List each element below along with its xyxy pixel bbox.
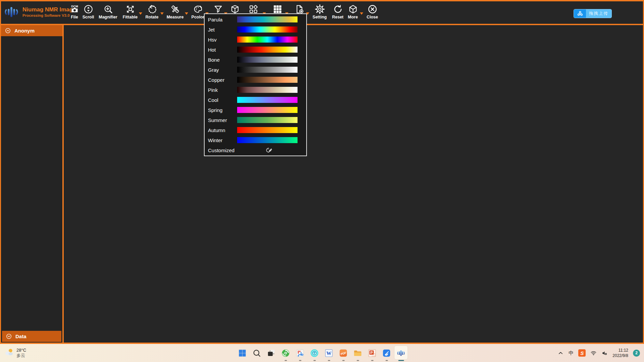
window-border-bottom [0,343,644,344]
colormap-gradient-bar [237,47,298,53]
weather-widget[interactable]: 28°C 多云 [4,344,26,362]
taskbar-app-screenshot-tool[interactable] [293,344,307,362]
colormap-gradient-bar [237,137,298,143]
taskbar-app-task-view[interactable] [264,344,278,362]
palette-edit-icon [265,146,273,154]
toolbar-button-label: Rotate [139,15,165,19]
colormap-name: Copper [208,77,224,83]
running-app-indicator [342,360,344,361]
colormap-gradient-bar [237,87,298,93]
colormap-menu-item-gray[interactable]: Gray [205,65,306,75]
taskbar-app-icons: WPDFP [235,344,408,362]
colormap-name: Pink [208,87,218,93]
image-canvas-area [64,25,643,343]
colormap-menu-item-hot[interactable]: Hot [205,45,306,55]
toolbar: Niumag NMR Image Processing Software V3.… [1,1,643,24]
sogou-input-icon[interactable]: S [578,349,586,357]
sidebar-section-anonym[interactable]: Anonym [1,25,62,36]
tray-date: 2022/9/8 [612,353,628,358]
running-app-indicator [385,360,388,361]
taskbar-app-search[interactable] [250,344,264,362]
speaker-muted-icon[interactable] [601,350,608,356]
colormap-name: Hsv [208,37,217,43]
colormap-gradient-bar [237,77,298,83]
health-app-icon [310,349,319,358]
chevron-up-circle-icon [5,27,11,34]
sun-cloud-icon [4,347,14,359]
toolbar-button-close[interactable]: Close [359,3,385,19]
toolbar-button-label: Close [359,15,385,19]
sidebar-section-data[interactable]: Data [2,331,61,342]
colormap-name: Gray [208,67,219,73]
taskbar-app-powerpoint[interactable]: P [365,344,379,362]
colormap-name: Jet [208,27,215,33]
search-icon [252,349,261,358]
colormap-gradient-bar [237,57,298,63]
pdf-reader-icon: PDF [339,349,348,358]
toolbar-button-rotate[interactable]: Rotate [139,3,165,19]
tray-time: 11:12 [612,348,628,353]
colormap-menu-item-bone[interactable]: Bone [205,55,306,65]
wing-app-icon [382,349,391,358]
colormap-menu-item-jet[interactable]: Jet [205,24,306,35]
colormap-menu-item-pink[interactable]: Pink [205,85,306,95]
colormap-menu-item-summer[interactable]: Summer [205,115,306,125]
window-border-left [0,1,1,343]
running-app-indicator [313,360,316,361]
task-view-icon [267,349,276,358]
svg-text:W: W [326,350,331,356]
colormap-gradient-bar [237,107,298,113]
running-app-indicator [357,360,359,361]
taskbar-app-health-app[interactable] [307,344,322,362]
colormap-name: Cool [208,97,218,103]
taskbar-app-pdf-reader[interactable]: PDF [336,344,351,362]
colormap-menu-item-hsv[interactable]: Hsv [205,35,306,45]
colormap-gradient-bar [237,67,298,73]
window-border-top [0,0,644,1]
colormap-menu-item-parula[interactable]: Parula [205,14,306,24]
weather-temperature: 28°C [16,348,26,353]
powerpoint-icon: P [368,349,377,358]
ime-indicator[interactable]: 中 [569,350,574,356]
netdisk-icon [574,9,586,18]
colormap-gradient-bar [237,37,298,43]
running-app-indicator [284,360,287,361]
taskbar-app-windows-start[interactable] [235,344,250,362]
toolbar-button-measure[interactable]: Measure [162,3,188,19]
anonym-section-label: Anonym [14,28,35,34]
colormap-name: Autumn [208,127,225,133]
colormap-gradient-bar [237,97,298,103]
colormap-gradient-bar [237,26,298,33]
colormap-menu-item-winter[interactable]: Winter [205,135,306,145]
drag-upload-button[interactable]: 拖拽上传 [574,9,612,18]
running-app-indicator [328,360,330,361]
taskbar-app-wing-app[interactable] [379,344,394,362]
toolbar-bottom-border [0,24,644,25]
system-tray: 中 S 11:12 2022/9/8 2 [557,344,640,362]
colormap-gradient-bar [237,117,298,123]
weather-condition: 多云 [16,353,26,358]
taskbar-app-word[interactable]: W [322,344,336,362]
colormap-menu-item-cool[interactable]: Cool [205,95,306,105]
taskbar-app-file-explorer[interactable] [351,344,365,362]
taskbar-app-nmr-app[interactable] [394,344,408,362]
data-section-label: Data [15,334,26,339]
nmr-app-icon [396,349,406,358]
wifi-icon[interactable] [590,350,597,356]
taskbar-app-browser-360[interactable] [278,344,293,362]
colormap-menu-item-customized[interactable]: Customized [205,145,306,155]
notification-count-badge[interactable]: 2 [633,350,640,357]
colormap-menu-item-autumn[interactable]: Autumn [205,125,306,135]
colormap-menu-item-copper[interactable]: Copper [205,75,306,85]
pcolor-colormap-menu: ParulaJetHsvHotBoneGrayCopperPinkCoolSpr… [204,13,307,156]
tray-chevron-up-icon[interactable] [557,350,564,356]
colormap-name: Hot [208,47,216,53]
chevron-down-circle-icon [6,333,12,340]
colormap-name: Spring [208,107,222,113]
nmr-logo-icon [3,4,19,20]
colormap-menu-item-spring[interactable]: Spring [205,105,306,115]
clock-widget[interactable]: 11:12 2022/9/8 [612,348,628,358]
toolbar-button-label: Measure [162,15,188,19]
screenshot-tool-icon [296,349,305,358]
upload-button-label: 拖拽上传 [586,9,611,18]
